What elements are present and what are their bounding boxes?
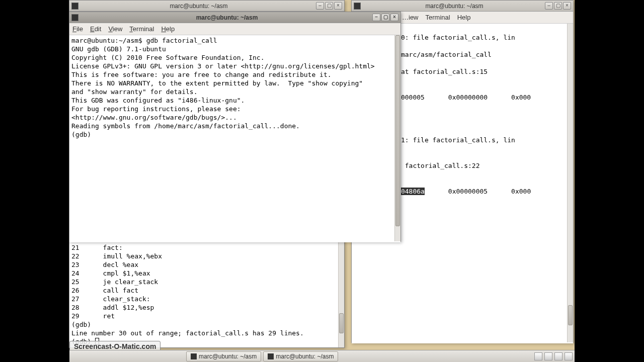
menubar: File Edit View Terminal Help bbox=[69, 23, 400, 35]
menu-help[interactable]: Help bbox=[457, 14, 471, 21]
minimize-button[interactable]: – bbox=[316, 2, 324, 10]
taskbar-label: marc@ubuntu: ~/asm bbox=[199, 353, 257, 360]
titlebar[interactable]: marc@ubuntu: ~/asm – ▢ × bbox=[69, 1, 344, 12]
window-title: marc@ubuntu: ~/asm bbox=[364, 3, 545, 10]
workspace-switcher[interactable] bbox=[554, 352, 562, 360]
terminal-output[interactable]: marc@ubuntu:~/asm$ gdb factorial_call GN… bbox=[69, 35, 400, 242]
menu-help[interactable]: Help bbox=[161, 25, 175, 33]
systray bbox=[534, 352, 575, 360]
app-icon bbox=[71, 14, 78, 21]
taskbar-item-1[interactable]: marc@ubuntu: ~/asm bbox=[186, 351, 261, 361]
minimize-button[interactable]: – bbox=[372, 14, 380, 21]
taskbar-item-2[interactable]: marc@ubuntu: ~/asm bbox=[263, 351, 338, 361]
scrollbar[interactable] bbox=[567, 24, 573, 342]
close-button[interactable]: × bbox=[334, 2, 342, 10]
maximize-button[interactable]: ▢ bbox=[554, 2, 562, 10]
window-title: marc@ubuntu: ~/asm bbox=[82, 14, 372, 21]
titlebar[interactable]: marc@ubuntu: ~/asm – ▢ × bbox=[352, 1, 573, 12]
maximize-button[interactable]: ▢ bbox=[381, 14, 389, 21]
close-button[interactable]: × bbox=[563, 2, 571, 10]
workspace-switcher[interactable] bbox=[534, 352, 542, 360]
menu-view[interactable]: View bbox=[108, 25, 122, 33]
menu-view[interactable]: …iew bbox=[402, 14, 419, 21]
close-button[interactable]: × bbox=[390, 14, 398, 21]
workspace-switcher[interactable] bbox=[544, 352, 552, 360]
window-title: marc@ubuntu: ~/asm bbox=[82, 3, 316, 10]
maximize-button[interactable]: ▢ bbox=[325, 2, 333, 10]
menu-terminal[interactable]: Terminal bbox=[426, 14, 450, 21]
app-icon bbox=[71, 3, 78, 10]
terminal-window-front: marc@ubuntu: ~/asm – ▢ × File Edit View … bbox=[69, 12, 401, 242]
terminal-icon bbox=[268, 353, 274, 359]
taskbar-label: marc@ubuntu: ~/asm bbox=[276, 353, 334, 360]
terminal-icon bbox=[191, 353, 197, 359]
minimize-button[interactable]: – bbox=[545, 2, 553, 10]
trash-icon[interactable] bbox=[565, 352, 573, 360]
titlebar[interactable]: marc@ubuntu: ~/asm – ▢ × bbox=[69, 12, 400, 23]
menu-terminal[interactable]: Terminal bbox=[129, 25, 154, 33]
menu-file[interactable]: File bbox=[72, 25, 83, 33]
menu-edit[interactable]: Edit bbox=[90, 25, 101, 33]
scrollbar[interactable] bbox=[394, 35, 400, 241]
taskbar: marc@ubuntu: ~/asm marc@ubuntu: ~/asm bbox=[69, 350, 575, 362]
app-icon bbox=[354, 3, 361, 10]
